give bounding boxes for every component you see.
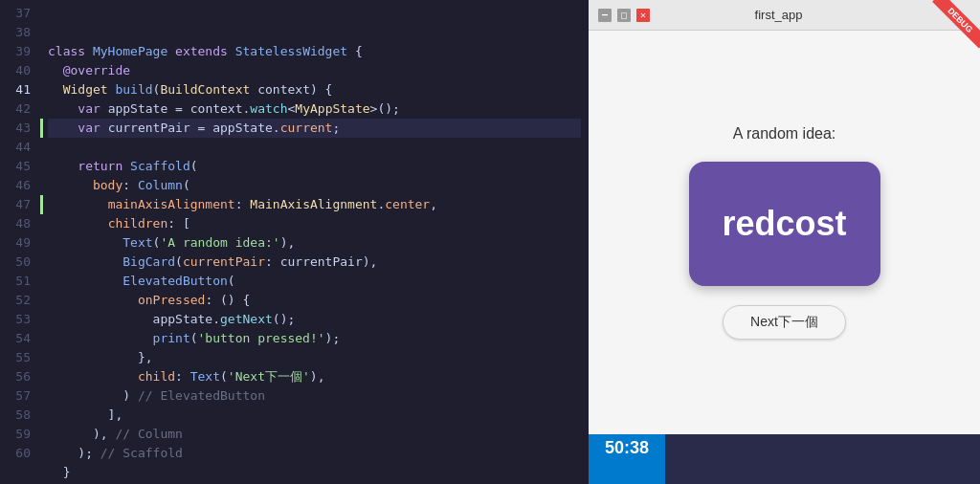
debug-ribbon <box>923 0 980 57</box>
next-button[interactable]: Next下一個 <box>723 305 846 340</box>
big-card: redcost <box>689 162 880 286</box>
avatar-strip <box>665 434 980 484</box>
word-display: redcost <box>722 204 846 244</box>
line-numbers: 3738394041424344454647484950515253545556… <box>0 0 40 484</box>
minimize-button[interactable]: — <box>598 9 612 22</box>
random-idea-label: A random idea: <box>733 125 836 143</box>
code-content: class MyHomePage extends StatelessWidget… <box>40 0 589 484</box>
code-editor: 3738394041424344454647484950515253545556… <box>0 0 589 484</box>
flutter-app-window: — □ ✕ first_app A random idea: redcost N… <box>589 0 980 484</box>
bottom-strip: 50:38 <box>589 434 980 484</box>
window-title: first_app <box>650 8 907 22</box>
time-display: 50:38 <box>589 434 665 484</box>
window-controls[interactable]: — □ ✕ <box>598 9 650 22</box>
maximize-button[interactable]: □ <box>617 9 631 22</box>
flutter-content: A random idea: redcost Next下一個 <box>589 31 980 434</box>
close-button[interactable]: ✕ <box>636 9 650 22</box>
title-bar: — □ ✕ first_app <box>589 0 980 31</box>
